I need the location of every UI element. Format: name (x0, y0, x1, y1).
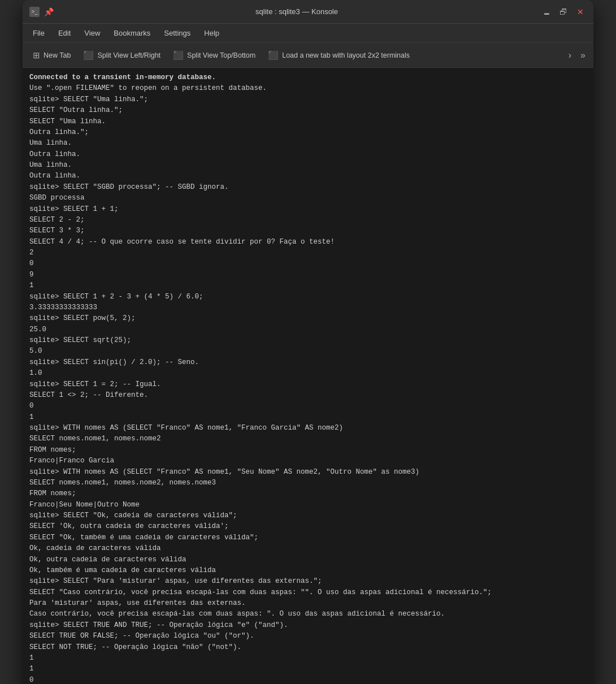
window-title: sqlite : sqlite3 — Konsole (53, 7, 540, 16)
minimize-button[interactable]: 🗕 (540, 6, 553, 18)
menu-help[interactable]: Help (198, 27, 225, 40)
layout-icon: ⬛ (268, 50, 279, 60)
menubar: File Edit View Bookmarks Settings Help (23, 24, 593, 43)
titlebar: >_ 📌 sqlite : sqlite3 — Konsole 🗕 🗗 ✕ (23, 0, 593, 24)
toolbar: ⊞ New Tab ⬛ Split View Left/Right ⬛ Spli… (23, 43, 593, 68)
split-view-left-right-button[interactable]: ⬛ Split View Left/Right (77, 47, 166, 63)
titlebar-left: >_ 📌 (29, 7, 53, 17)
menu-view[interactable]: View (79, 27, 106, 40)
terminal-output[interactable]: Connected to a transient in-memory datab… (23, 68, 593, 684)
terminal-content: Connected to a transient in-memory datab… (29, 72, 587, 684)
nav-back-button[interactable]: › (565, 48, 575, 63)
menu-bookmarks[interactable]: Bookmarks (108, 27, 156, 40)
terminal-icon: >_ (29, 7, 40, 17)
split-tb-icon: ⬛ (173, 50, 184, 60)
split-lr-icon: ⬛ (83, 50, 94, 60)
new-tab-icon: ⊞ (33, 50, 40, 60)
maximize-button[interactable]: 🗗 (557, 6, 570, 18)
menu-edit[interactable]: Edit (53, 27, 76, 40)
window-controls: 🗕 🗗 ✕ (540, 6, 587, 18)
menu-settings[interactable]: Settings (158, 27, 196, 40)
menu-file[interactable]: File (27, 27, 50, 40)
split-view-top-bottom-button[interactable]: ⬛ Split View Top/Bottom (167, 47, 261, 63)
new-tab-button[interactable]: ⊞ New Tab (27, 47, 76, 63)
toolbar-nav: › » (565, 48, 589, 63)
nav-more-button[interactable]: » (577, 48, 589, 63)
main-window: >_ 📌 sqlite : sqlite3 — Konsole 🗕 🗗 ✕ Fi… (23, 0, 593, 684)
pin-icon: 📌 (44, 7, 53, 16)
load-layout-button[interactable]: ⬛ Load a new tab with layout 2x2 termina… (262, 47, 415, 63)
close-button[interactable]: ✕ (574, 6, 587, 18)
